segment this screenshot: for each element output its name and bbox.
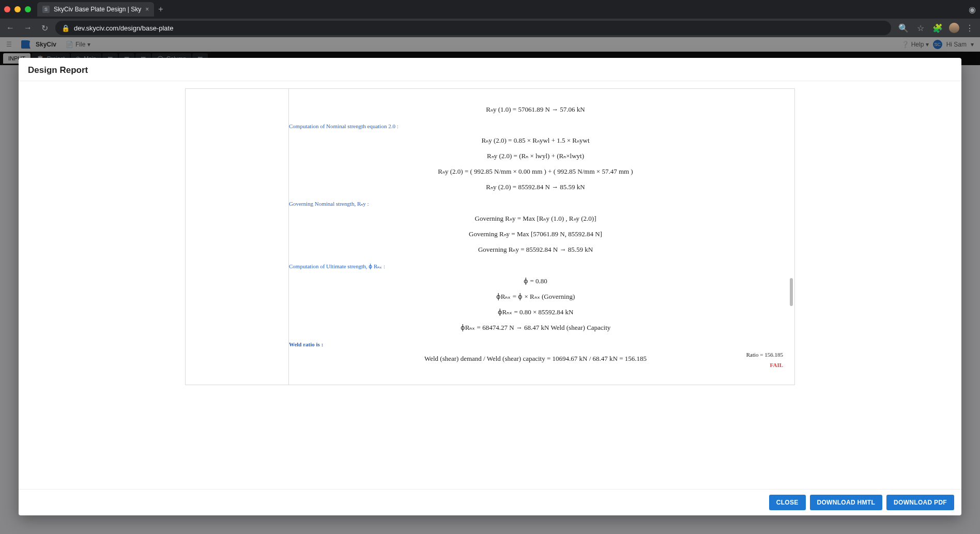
section-heading: Computation of Nominal strength equation… xyxy=(289,123,782,129)
close-button[interactable]: CLOSE xyxy=(769,495,806,510)
close-window-button[interactable] xyxy=(4,6,10,12)
new-tab-button[interactable]: + xyxy=(158,5,163,14)
equation-text: Governing Rₙy = Max [57061.89 N, 85592.8… xyxy=(289,230,782,238)
app-viewport: ☰ SkyCiv 📄 File ▾ ❔ Help ▾ SC Hi Sam ▾ I… xyxy=(0,37,980,534)
lock-icon: 🔒 xyxy=(62,24,70,32)
download-pdf-button[interactable]: DOWNLOAD PDF xyxy=(886,495,954,510)
page-left-margin xyxy=(186,89,289,385)
browser-tab[interactable]: S SkyCiv Base Plate Design | Sky × xyxy=(37,2,154,17)
modal-body-scroll[interactable]: Rₙy (1.0) = 57061.89 N → 57.06 kN Comput… xyxy=(19,81,961,489)
equation-text: Weld (shear) demand / Weld (shear) capac… xyxy=(289,355,782,363)
tab-title: SkyCiv Base Plate Design | Sky xyxy=(54,6,141,13)
forward-button[interactable]: → xyxy=(22,21,34,35)
section-heading: Governing Nominal strength, Rₙy : xyxy=(289,201,782,207)
close-tab-icon[interactable]: × xyxy=(145,6,149,13)
equation-text: ϕRₙₓ = 68474.27 N → 68.47 kN Weld (shear… xyxy=(289,324,782,332)
equation-text: Rₙy (2.0) = 0.85 × Rₙywl + 1.5 × Rₙywt xyxy=(289,136,782,145)
kebab-menu-icon[interactable]: ⋮ xyxy=(963,21,976,35)
equation-text: Rₙy (2.0) = 85592.84 N → 85.59 kN xyxy=(289,183,782,191)
download-html-button[interactable]: DOWNLOAD HMTL xyxy=(810,495,883,510)
equation-text: ϕ = 0.80 xyxy=(289,277,782,285)
maximize-window-button[interactable] xyxy=(25,6,31,12)
status-badge: FAIL xyxy=(770,362,783,368)
minimize-window-button[interactable] xyxy=(14,6,21,12)
address-bar[interactable]: 🔒 dev.skyciv.com/design/base-plate xyxy=(55,21,891,35)
section-heading: Weld ratio is : xyxy=(289,341,782,347)
browser-toolbar: ← → ↻ 🔒 dev.skyciv.com/design/base-plate… xyxy=(0,19,980,37)
extensions-icon[interactable]: 🧩 xyxy=(930,21,945,35)
account-menu-icon[interactable]: ◉ xyxy=(969,5,976,14)
ratio-value: 156.185 xyxy=(764,352,783,358)
equation-text: Rₙy (2.0) = ( 992.85 N/mm × 0.00 mm ) + … xyxy=(289,167,782,176)
url-text: dev.skyciv.com/design/base-plate xyxy=(74,24,173,32)
equation-text: Rₙy (2.0) = (Rₙ × lwyl) + (Rₙ×lwyt) xyxy=(289,152,782,160)
browser-tabstrip: S SkyCiv Base Plate Design | Sky × + ◉ xyxy=(0,0,980,19)
report-page: Rₙy (1.0) = 57061.89 N → 57.06 kN Comput… xyxy=(185,88,795,385)
scrollbar-thumb[interactable] xyxy=(790,278,793,306)
modal-footer: CLOSE DOWNLOAD HMTL DOWNLOAD PDF xyxy=(19,489,961,515)
equation-text: ϕRₙₓ = ϕ × Rₙₓ (Governing) xyxy=(289,293,782,301)
bookmark-star-icon[interactable]: ☆ xyxy=(915,21,926,35)
window-controls xyxy=(4,6,31,12)
favicon-icon: S xyxy=(42,6,50,13)
ratio-label: Ratio = xyxy=(746,352,765,358)
equation-text: Governing Rₙy = 85592.84 N → 85.59 kN xyxy=(289,246,782,254)
design-report-modal: Design Report Rₙy (1.0) = 57061.89 N → 5… xyxy=(19,58,961,515)
report-content: Rₙy (1.0) = 57061.89 N → 57.06 kN Comput… xyxy=(289,105,782,363)
search-icon[interactable]: 🔍 xyxy=(896,21,911,35)
profile-avatar-icon[interactable] xyxy=(949,23,959,33)
section-heading: Computation of Ultimate strength, ϕ Rₙₓ … xyxy=(289,263,782,270)
equation-text: Governing Rₙy = Max [Rₙy (1.0) , Rₙy (2.… xyxy=(289,215,782,223)
equation-text: Rₙy (1.0) = 57061.89 N → 57.06 kN xyxy=(289,105,782,114)
modal-title: Design Report xyxy=(19,58,961,81)
equation-text: ϕRₙₓ = 0.80 × 85592.84 kN xyxy=(289,308,782,316)
back-button[interactable]: ← xyxy=(4,21,17,35)
reload-button[interactable]: ↻ xyxy=(39,21,50,35)
ratio-readout: Ratio = 156.185 xyxy=(746,352,783,358)
